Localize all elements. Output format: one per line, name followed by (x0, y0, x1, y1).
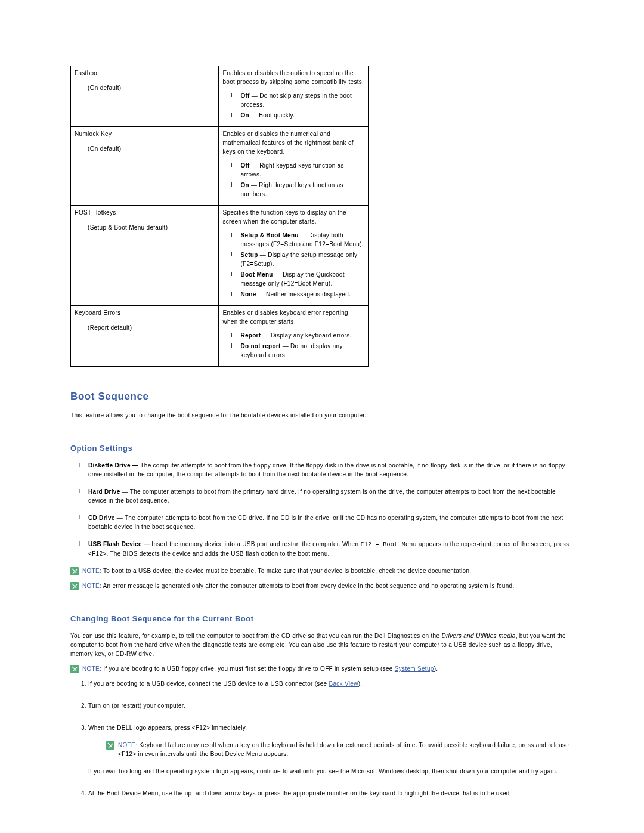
step-3: When the DELL logo appears, press <F12> … (88, 723, 574, 776)
setting-desc-cell: Enables or disables the option to speed … (219, 66, 369, 127)
note-icon (106, 741, 114, 750)
step-2: Turn on (or restart) your computer. (88, 701, 574, 710)
table-row: Fastboot(On default)Enables or disables … (71, 66, 369, 127)
note-usb-floppy: NOTE: If you are booting to a USB floppy… (70, 664, 574, 673)
setting-desc-cell: Specifies the function keys to display o… (219, 206, 369, 306)
note-icon (70, 582, 79, 590)
setting-name-cell: Keyboard Errors(Report default) (71, 306, 219, 367)
heading-changing-boot-seq: Changing Boot Sequence for the Current B… (70, 614, 574, 623)
changing-boot-para: You can use this feature, for example, t… (70, 631, 574, 658)
table-row: POST Hotkeys(Setup & Boot Menu default)S… (71, 206, 369, 306)
heading-boot-sequence: Boot Sequence (70, 391, 574, 402)
table-row: Numlock Key(On default)Enables or disabl… (71, 127, 369, 206)
step-1: If you are booting to a USB device, conn… (88, 679, 574, 688)
settings-table: Fastboot(On default)Enables or disables … (70, 66, 369, 367)
table-row: Keyboard Errors(Report default)Enables o… (71, 306, 369, 367)
setting-name-cell: Numlock Key(On default) (71, 127, 219, 206)
option-settings-list: Diskette Drive — The computer attempts t… (70, 461, 574, 558)
list-item: Diskette Drive — The computer attempts t… (88, 461, 574, 479)
link-system-setup[interactable]: System Setup (395, 665, 434, 672)
step-4: At the Boot Device Menu, use the up- and… (88, 789, 574, 798)
boot-sequence-intro: This feature allows you to change the bo… (70, 411, 574, 420)
list-item: USB Flash Device — Insert the memory dev… (88, 540, 574, 558)
list-item: CD Drive — The computer attempts to boot… (88, 513, 574, 531)
note-icon (70, 665, 79, 673)
steps-list: If you are booting to a USB device, conn… (70, 679, 574, 798)
page: Fastboot(On default)Enables or disables … (0, 0, 644, 833)
setting-desc-cell: Enables or disables the numerical and ma… (219, 127, 369, 206)
step-3-followup: If you wait too long and the operating s… (88, 767, 574, 776)
list-item: Hard Drive — The computer attempts to bo… (88, 487, 574, 505)
note-icon (70, 567, 79, 575)
setting-name-cell: POST Hotkeys(Setup & Boot Menu default) (71, 206, 219, 306)
link-back-view[interactable]: Back View (329, 680, 358, 687)
heading-option-settings: Option Settings (70, 444, 574, 453)
setting-desc-cell: Enables or disables keyboard error repor… (219, 306, 369, 367)
note-usb-bootable: NOTE: To boot to a USB device, the devic… (70, 566, 574, 575)
note-keyboard-failure: NOTE: Keyboard failure may result when a… (106, 741, 574, 758)
setting-name-cell: Fastboot(On default) (71, 66, 219, 127)
note-error-message: NOTE: An error message is generated only… (70, 581, 574, 590)
